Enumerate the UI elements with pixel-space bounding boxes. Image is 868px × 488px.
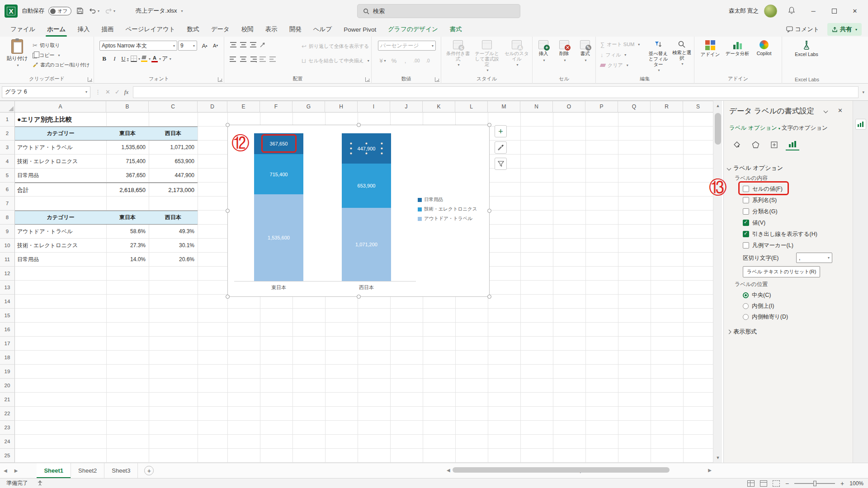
row-header[interactable]: 18 [0,351,15,365]
scroll-down-icon[interactable]: ▼ [713,453,722,463]
column-header[interactable]: C [149,101,198,113]
align-left-icon[interactable] [230,56,237,62]
column-header[interactable]: R [651,101,683,113]
radio-center[interactable]: 中央(C) [743,291,771,300]
excel-app-icon[interactable]: X [5,5,18,18]
checkbox-value[interactable]: 値(V) [743,218,765,227]
ribbon-tab[interactable]: ホーム [41,22,71,37]
sheet-tab-sheet3[interactable]: Sheet3 [104,463,138,479]
currency-format-button[interactable]: ¥▾ [378,56,387,66]
reset-label-text-button[interactable]: ラベル テキストのリセット(R) [743,266,820,277]
shrink-font-button[interactable]: A▾ [211,41,220,51]
table-row[interactable]: 技術・エレクトロニクス 27.3% 30.1% [15,239,198,253]
ribbon-tab[interactable]: ヘルプ [307,22,338,37]
ribbon-tab[interactable]: データ [205,22,236,37]
column-header[interactable]: K [423,101,455,113]
ribbon-tab[interactable]: 挿入 [71,22,95,37]
new-sheet-button[interactable]: + [144,466,154,475]
sheet-tab-sheet2[interactable]: Sheet2 [71,463,104,479]
vertical-scrollbar[interactable]: ▲ ▼ [713,101,722,463]
ribbon-tab[interactable]: 描画 [95,22,119,37]
grow-font-button[interactable]: A▴ [200,41,209,51]
zoom-level[interactable]: 100% [849,480,863,487]
accessibility-icon[interactable] [37,480,43,487]
data-label[interactable]: 1,535,600 [268,235,290,240]
bar-segment-west-tech[interactable]: 653,900 [342,164,391,208]
table-row[interactable]: アウトドア・トラベル 58.6% 49.3% [15,225,198,239]
percent-style-button[interactable]: % [389,56,399,66]
row-header[interactable]: 17 [0,337,15,351]
select-all-button[interactable] [0,101,15,112]
row-header[interactable]: 10 [0,239,15,253]
dialog-launcher-icon[interactable] [365,77,370,82]
chart-filters-button[interactable] [495,158,507,170]
notifications-button[interactable] [788,6,796,16]
radio-inside-end[interactable]: 内側上(I) [743,301,774,310]
column-header[interactable]: S [683,101,713,113]
font-name-combobox[interactable]: Aptos Narrow 本文▾ [99,41,177,51]
tab-label-options[interactable]: ラベル オプション▾ [729,124,780,132]
table2-header-row[interactable]: カテゴリー 東日本 西日本 [15,211,198,225]
increase-indent-icon[interactable] [269,56,277,62]
chart-styles-button[interactable] [495,141,507,154]
sheet-tab-sheet1[interactable]: Sheet1 [37,463,71,479]
column-header[interactable]: G [292,101,325,113]
axis-label-west[interactable]: 西日本 [342,284,391,291]
phonetic-button[interactable]: ア▾ [162,54,171,64]
row-header[interactable]: 1 [0,113,15,127]
decrease-indent-icon[interactable] [259,56,267,62]
table-row[interactable]: アウトドア・トラベル 1,535,600 1,071,200 [15,141,198,155]
table-row[interactable]: 技術・エレクトロニクス 715,400 653,900 [15,155,198,169]
avatar[interactable] [764,5,777,18]
column-header[interactable]: I [358,101,390,113]
column-header[interactable]: L [455,101,488,113]
ribbon-tab-chart-design[interactable]: グラフのデザイン [382,22,444,37]
document-title[interactable]: 売上データ.xlsx▾ [136,7,183,15]
merge-center-button[interactable]: ⊔セルを結合して中央揃え▾ [302,57,369,64]
column-header[interactable]: P [585,101,618,113]
row-header[interactable]: 19 [0,365,15,379]
insert-function-button[interactable]: fx [124,89,128,96]
search-input[interactable]: 検索 [357,4,520,18]
fill-color-button[interactable]: ▾ [141,54,151,64]
row-header[interactable]: 23 [0,421,15,435]
font-color-button[interactable]: A▾ [151,54,161,64]
data-label[interactable]: 715,400 [270,172,288,177]
ribbon-tab[interactable]: ページレイアウト [119,22,181,37]
active-pane-icon[interactable] [855,119,866,130]
font-size-combobox[interactable]: 9▾ [178,41,197,51]
cut-button[interactable]: ✂切り取り [33,42,60,49]
data-analysis-button[interactable]: データ分析 [724,40,750,57]
dialog-launcher-icon[interactable] [88,77,92,82]
checkbox-legend-key[interactable]: 凡例マーカー(L) [743,241,793,250]
data-label[interactable]: 447,900 [358,146,376,151]
row-header[interactable]: 6 [0,183,15,197]
column-header[interactable]: H [325,101,358,113]
autosave-toggle[interactable]: オフ [48,7,71,15]
zoom-slider-thumb[interactable] [813,481,816,486]
format-painter-button[interactable]: 書式のコピー/貼り付け [33,62,90,68]
ribbon-tab[interactable]: 表示 [259,22,283,37]
zoom-in-button[interactable]: + [840,480,844,487]
page-layout-view-button[interactable] [760,480,767,487]
bar-segment-east-outdoor[interactable]: 1,535,600 [254,194,303,281]
row-header[interactable]: 20 [0,379,15,393]
zoom-slider[interactable] [794,483,835,484]
row-header[interactable]: 13 [0,281,15,295]
table-row[interactable]: 日常用品 367,650 447,900 [15,169,198,183]
pane-menu-icon[interactable] [824,107,827,114]
copilot-button[interactable]: Copilot [752,40,776,56]
chart[interactable]: 367,650 715,400 1,535,600 447,900 653,90… [227,125,490,297]
pane-close-icon[interactable]: ✕ [838,107,843,114]
horizontal-scroll-thumb[interactable] [453,467,670,473]
row-header[interactable]: 2 [0,127,15,141]
row-header[interactable]: 3 [0,141,15,155]
data-label[interactable]: 653,900 [358,183,376,188]
column-header[interactable]: F [260,101,292,113]
sheet-nav-left-icon[interactable]: ◀ [0,468,11,473]
comments-button[interactable]: コメント [783,23,823,35]
checkbox-category-name[interactable]: 分類名(G) [743,207,778,216]
row-header[interactable]: 24 [0,435,15,449]
row-header[interactable]: 14 [0,295,15,309]
align-top-icon[interactable] [230,41,237,48]
